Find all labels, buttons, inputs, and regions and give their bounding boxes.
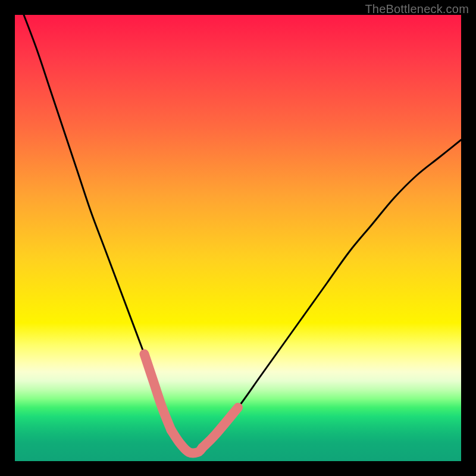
plot-area [15,15,461,461]
highlight-segment-1 [171,430,203,453]
highlight-segment-0 [145,354,171,430]
highlight-group [145,354,239,453]
curve-svg [15,15,461,461]
chart-frame: TheBottleneck.com [0,0,476,476]
bottleneck-curve [24,15,461,453]
highlight-segment-2 [202,408,238,448]
watermark-label: TheBottleneck.com [365,2,469,16]
